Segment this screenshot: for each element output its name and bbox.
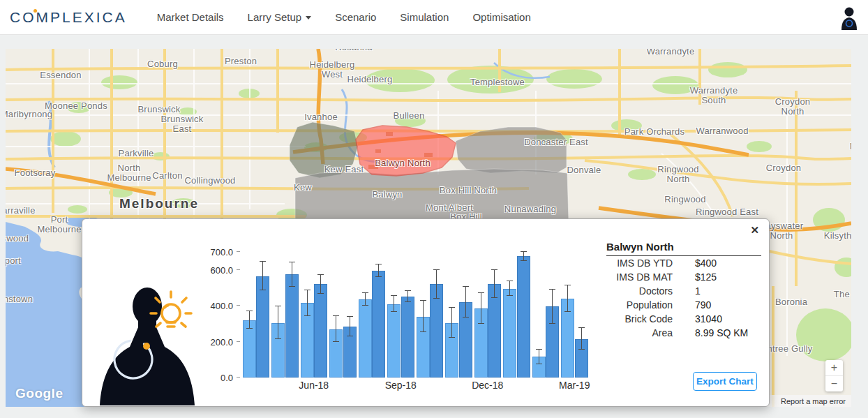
dark-blue-series-bar <box>256 276 269 378</box>
error-bar-cap <box>491 297 497 298</box>
error-bar-cap <box>491 269 497 270</box>
complexica-logo[interactable]: COMPLEXICA <box>10 9 127 26</box>
error-bar <box>350 317 350 336</box>
logo-o-orange-dot: O <box>22 9 36 25</box>
error-bar <box>262 262 263 290</box>
y-axis-tick <box>237 305 240 306</box>
dark-blue-series-bar <box>488 284 501 378</box>
error-bar <box>292 262 292 287</box>
error-bar <box>567 285 568 312</box>
error-bar-cap <box>549 289 555 290</box>
brick-info-rows: IMS DB YTD$400IMS DB MAT$125Doctors1Popu… <box>606 256 761 340</box>
error-bar-cap <box>521 251 527 252</box>
y-axis-label: 600.0 <box>191 265 233 276</box>
x-axis-label: Sep-18 <box>385 380 417 391</box>
error-bar-cap <box>420 300 426 301</box>
error-bar-cap <box>304 290 310 290</box>
error-bar-cap <box>317 274 324 275</box>
error-bar-cap <box>578 349 585 350</box>
y-axis-label: 400.0 <box>191 301 233 311</box>
dark-blue-series-bar <box>285 274 299 378</box>
error-bar <box>407 291 408 302</box>
error-bar <box>481 293 481 324</box>
info-value: 31040 <box>695 313 722 324</box>
error-bar-cap <box>246 311 253 311</box>
info-row: Area8.99 SQ KM <box>606 326 761 340</box>
error-bar <box>336 316 336 343</box>
info-label: Population <box>606 299 673 311</box>
error-bar-cap <box>391 295 397 296</box>
info-value: 1 <box>695 285 701 297</box>
zoom-out-button[interactable]: − <box>825 376 843 391</box>
error-bar <box>423 301 424 331</box>
error-bar-cap <box>260 290 266 290</box>
error-bar <box>436 270 437 299</box>
info-row: IMS DB YTD$400 <box>606 256 761 270</box>
error-bar-cap <box>564 311 571 312</box>
nav-simulation[interactable]: Simulation <box>388 0 461 34</box>
info-row: Brick Code31040 <box>606 312 761 326</box>
error-bar-cap <box>536 364 542 364</box>
error-bar-cap <box>333 341 339 342</box>
error-bar-cap <box>304 315 310 316</box>
error-bar-cap <box>405 290 411 291</box>
error-bar-cap <box>521 260 527 261</box>
info-label: IMS DB YTD <box>606 257 673 269</box>
error-bar-cap <box>564 285 571 285</box>
chevron-down-icon <box>306 16 311 20</box>
error-bar <box>378 264 379 278</box>
error-bar <box>552 290 553 324</box>
error-bar <box>307 290 308 317</box>
error-bar <box>249 311 250 329</box>
error-bar <box>365 293 366 306</box>
light-blue-series-bar <box>387 304 401 378</box>
map-zoom-controls: + − <box>825 360 843 391</box>
error-bar-cap <box>362 305 368 306</box>
google-logo: Google <box>15 386 63 401</box>
error-bar-cap <box>347 316 353 317</box>
error-bar-cap <box>275 338 281 339</box>
info-row: Population790 <box>606 298 761 312</box>
error-bar-cap <box>246 328 253 329</box>
y-axis-label: 200.0 <box>191 337 233 348</box>
larry-silhouette-illustration <box>96 285 201 405</box>
info-value: $125 <box>695 271 717 283</box>
error-bar <box>394 296 394 313</box>
nav-larry-setup[interactable]: Larry Setup <box>236 0 324 34</box>
info-value: 8.99 SQ KM <box>695 327 748 338</box>
error-bar-cap <box>449 337 455 338</box>
export-chart-button[interactable]: Export Chart <box>693 372 757 391</box>
nav-optimisation[interactable]: Optimisation <box>461 0 542 34</box>
x-axis-label: Dec-18 <box>472 380 503 391</box>
top-navbar: COMPLEXICA Market Details Larry Setup Sc… <box>0 0 868 35</box>
nav-label: Scenario <box>335 11 376 23</box>
main-nav: Market Details Larry Setup Scenario Simu… <box>145 0 543 34</box>
error-bar-cap <box>289 262 295 262</box>
sales-bar-chart: 0.0200.0400.0600.0700.0Jun-18Sep-18Dec-1… <box>241 252 589 378</box>
nav-label: Optimisation <box>472 11 530 23</box>
error-bar-cap <box>391 311 397 312</box>
y-axis-tick <box>237 377 240 378</box>
nav-scenario[interactable]: Scenario <box>323 0 388 34</box>
info-row: Doctors1 <box>606 284 761 298</box>
light-blue-series-bar <box>503 289 516 378</box>
report-map-error-link[interactable]: Report a map error <box>781 397 846 405</box>
info-label: IMS DB MAT <box>606 271 673 283</box>
close-icon[interactable]: ✕ <box>750 225 759 235</box>
error-bar-cap <box>449 307 455 308</box>
dark-blue-series-bar <box>314 284 327 378</box>
error-bar-cap <box>420 331 426 332</box>
user-avatar-icon[interactable] <box>840 6 858 30</box>
y-axis-tick <box>237 341 240 342</box>
error-bar-cap <box>289 286 295 287</box>
zoom-in-button[interactable]: + <box>825 360 843 376</box>
brick-name-title: Balwyn North <box>606 241 761 256</box>
info-label: Area <box>606 327 673 338</box>
error-bar-cap <box>507 281 513 281</box>
nav-label: Simulation <box>400 11 449 23</box>
x-axis-label: Mar-19 <box>559 380 590 391</box>
error-bar-cap <box>463 286 469 287</box>
error-bar <box>465 287 466 317</box>
dark-blue-series-bar <box>517 256 530 378</box>
nav-market-details[interactable]: Market Details <box>145 0 236 34</box>
